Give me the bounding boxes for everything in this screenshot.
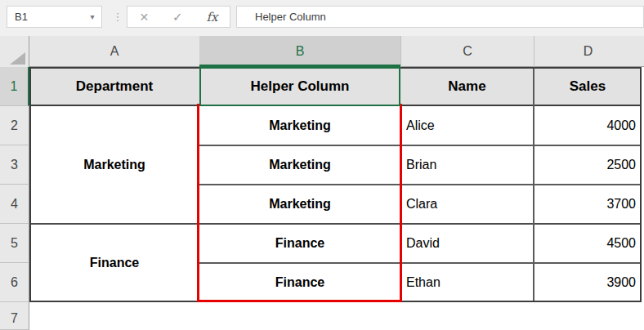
cell-d2[interactable]: 4000 xyxy=(534,106,642,145)
cell-b4[interactable]: Marketing xyxy=(199,185,400,224)
cell-b3[interactable]: Marketing xyxy=(199,145,400,185)
table-line-row3-4 xyxy=(199,184,642,185)
column-header-d[interactable]: D xyxy=(534,36,642,67)
row-header-7[interactable]: 7 xyxy=(0,302,29,330)
cell-a1-department-header[interactable]: Department xyxy=(29,67,199,106)
cell-d5[interactable]: 4500 xyxy=(534,224,642,263)
select-all-triangle-icon xyxy=(10,52,25,65)
excel-window: B1 ▾ ⋮ ✕ ✓ fx Helper Column A B C D 1 2 … xyxy=(0,0,644,330)
table-line-row4-5 xyxy=(29,223,642,225)
row-header-4[interactable]: 4 xyxy=(0,185,29,224)
row-header-3[interactable]: 3 xyxy=(0,145,29,185)
column-header-a[interactable]: A xyxy=(29,36,199,67)
cell-b2[interactable]: Marketing xyxy=(199,106,400,145)
cancel-icon[interactable]: ✕ xyxy=(139,11,149,24)
row-header-5[interactable]: 5 xyxy=(0,224,29,263)
column-header-b-selected[interactable]: B xyxy=(199,36,400,67)
cell-d1-sales-header[interactable]: Sales xyxy=(534,67,642,106)
formula-bar[interactable]: Helper Column xyxy=(236,6,644,28)
formula-buttons: ✕ ✓ fx xyxy=(127,6,230,28)
name-box-value: B1 xyxy=(7,11,83,23)
cell-c5[interactable]: David xyxy=(400,224,534,263)
table-line-col-c-d xyxy=(533,67,534,302)
cell-b6[interactable]: Finance xyxy=(199,263,400,302)
cell-d4[interactable]: 3700 xyxy=(534,185,642,224)
cell-b1-helper-header-active[interactable]: Helper Column xyxy=(199,67,400,106)
insert-function-icon[interactable]: fx xyxy=(207,10,218,25)
cell-d3[interactable]: 2500 xyxy=(534,145,642,185)
formula-bar-text: Helper Column xyxy=(237,11,326,23)
cell-a5-a6-finance-merged[interactable]: Finance xyxy=(29,224,199,302)
cell-c3[interactable]: Brian xyxy=(400,145,534,185)
cell-c1-name-header[interactable]: Name xyxy=(400,67,534,106)
cell-c4[interactable]: Clara xyxy=(400,185,534,224)
cell-c2[interactable]: Alice xyxy=(400,106,534,145)
table-line-row5-6 xyxy=(199,262,642,264)
row-header-1-selected[interactable]: 1 xyxy=(0,67,29,106)
cell-c6[interactable]: Ethan xyxy=(400,263,534,302)
separator-dots-icon: ⋮ xyxy=(111,6,124,28)
chevron-down-icon[interactable]: ▾ xyxy=(83,12,101,21)
column-header-c[interactable]: C xyxy=(400,36,534,67)
row-header-6[interactable]: 6 xyxy=(0,263,29,302)
cell-b5[interactable]: Finance xyxy=(199,224,400,263)
name-box[interactable]: B1 ▾ xyxy=(7,6,102,28)
table-line-row2-3 xyxy=(199,145,642,146)
select-all-corner[interactable] xyxy=(0,36,29,67)
row-header-2[interactable]: 2 xyxy=(0,106,29,145)
cell-d6[interactable]: 3900 xyxy=(534,263,642,302)
formula-bar-chrome: B1 ▾ ⋮ ✕ ✓ fx Helper Column xyxy=(0,0,644,36)
cell-a2-a4-marketing-merged[interactable]: Marketing xyxy=(29,106,199,224)
enter-icon[interactable]: ✓ xyxy=(172,10,183,25)
